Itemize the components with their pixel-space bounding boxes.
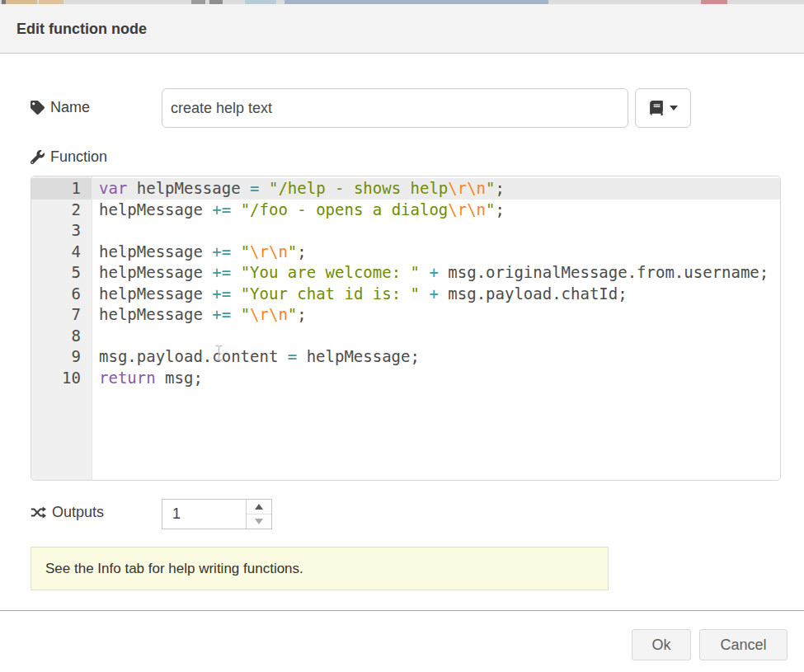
code-line[interactable]: 9msg.payload.content = helpMessage; [31,346,780,368]
tag-icon [31,101,45,115]
code-text[interactable]: helpMessage += "\r\n"; [92,304,780,326]
line-number: 3 [31,220,92,242]
outputs-label: Outputs [31,504,104,521]
code-line[interactable]: 2helpMessage += "/foo - opens a dialog\r… [31,200,780,221]
code-line[interactable]: 10return msg; [31,368,780,389]
code-line[interactable]: 7helpMessage += "\r\n"; [31,304,780,326]
dialog-title: Edit function node [16,20,147,37]
code-line[interactable]: 5helpMessage += "You are welcome: " + ms… [31,262,780,284]
line-number: 7 [31,304,92,326]
code-lines: 1var helpMessage = "/help - shows help\r… [31,178,780,388]
code-editor[interactable]: 1var helpMessage = "/help - shows help\r… [31,176,781,481]
code-line[interactable]: 8 [31,326,780,347]
code-text[interactable]: msg.payload.content = helpMessage; [92,346,780,368]
code-line[interactable]: 4helpMessage += "\r\n"; [31,242,780,263]
function-label: Function [31,148,107,166]
triangle-up-icon [255,504,263,510]
code-line[interactable]: 1var helpMessage = "/help - shows help\r… [31,178,780,200]
outputs-input[interactable] [162,500,246,529]
line-number: 2 [31,200,92,221]
line-number: 1 [31,178,92,200]
dialog-header: Edit function node [0,4,804,54]
name-input[interactable] [162,88,628,128]
spinner-buttons [246,500,271,529]
ok-button[interactable]: Ok [632,629,691,660]
code-text[interactable]: helpMessage += "\r\n"; [92,242,780,263]
function-label-text: Function [50,148,107,166]
code-text[interactable]: helpMessage += "Your chat id is: " + msg… [92,284,780,305]
name-label-text: Name [50,99,90,116]
code-text[interactable]: helpMessage += "You are welcome: " + msg… [92,262,780,284]
book-icon [649,101,664,115]
code-text[interactable]: var helpMessage = "/help - shows help\r\… [92,178,780,200]
code-line[interactable]: 6helpMessage += "Your chat id is: " + ms… [31,284,780,305]
chevron-down-icon [670,106,678,110]
code-text[interactable]: return msg; [92,368,780,389]
code-text[interactable] [92,326,780,347]
line-number: 8 [31,326,92,347]
shuffle-icon [31,505,46,520]
code-text[interactable]: helpMessage += "/foo - opens a dialog\r\… [92,200,780,221]
cancel-button[interactable]: Cancel [699,629,788,660]
spinner-down-button[interactable] [247,515,271,529]
library-button[interactable] [635,88,691,128]
info-tip-text: See the Info tab for help writing functi… [45,561,303,577]
line-number: 4 [31,242,92,263]
code-text[interactable] [92,220,780,242]
wrench-icon [31,150,45,164]
name-label: Name [31,99,90,116]
line-number: 5 [31,262,92,284]
spinner-up-button[interactable] [247,500,271,515]
outputs-spinner [162,499,272,529]
outputs-label-text: Outputs [52,504,104,521]
line-number: 10 [31,368,92,389]
info-tip: See the Info tab for help writing functi… [31,547,609,590]
triangle-down-icon [255,519,263,524]
code-line[interactable]: 3 [31,220,780,242]
line-number: 6 [31,284,92,305]
line-number: 9 [31,346,92,368]
